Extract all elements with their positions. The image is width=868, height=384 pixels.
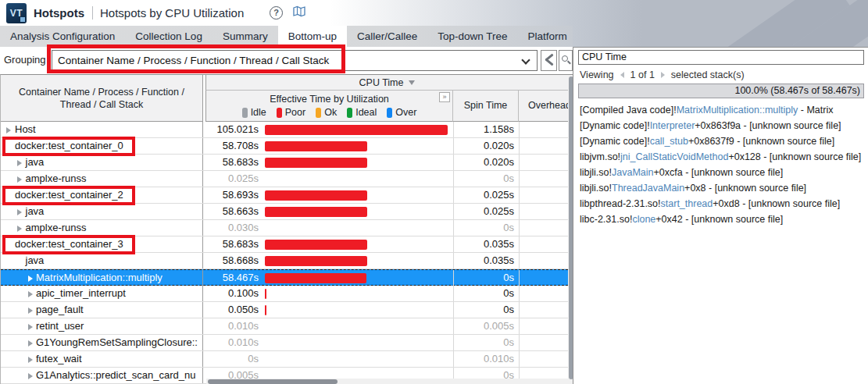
cpu-time-value: 0.100s xyxy=(205,286,262,301)
table-row[interactable]: java58.663s0.025s xyxy=(1,204,568,220)
expand-icon[interactable] xyxy=(17,209,22,215)
tree-cell[interactable]: java xyxy=(1,204,203,219)
banner-decoration xyxy=(571,0,868,47)
legend-ok: Ok xyxy=(316,107,337,118)
tree-cell[interactable]: java xyxy=(1,253,203,268)
table-row[interactable]: amplxe-runss0.025s0s xyxy=(1,171,568,187)
cpu-time-value: 0.030s xyxy=(205,220,262,236)
frame-function-link[interactable]: Interpreter xyxy=(650,120,695,131)
cpu-time-value: 58.467s xyxy=(205,270,262,286)
legend-over: Over xyxy=(387,107,416,118)
table-row[interactable]: java58.683s0.020s xyxy=(1,155,568,171)
expand-icon[interactable] xyxy=(28,324,33,330)
cpu-time-value: 58.663s xyxy=(205,204,262,219)
frame-function-link[interactable]: MatrixMultiplication::multiply xyxy=(677,105,798,116)
stack-frame[interactable]: [Compiled Java code]!MatrixMultiplicatio… xyxy=(573,102,868,118)
tree-cell[interactable]: docker:test_container_3 xyxy=(1,236,203,252)
tree-cell[interactable]: retint_user xyxy=(1,318,203,334)
tree-cell[interactable]: page_fault xyxy=(1,302,203,318)
view-title[interactable]: Hotspots by CPU Utilization xyxy=(100,6,244,20)
tab-summary[interactable]: Summary xyxy=(213,26,278,47)
expand-icon[interactable] xyxy=(6,127,11,133)
tab-bottom-up[interactable]: Bottom-up xyxy=(278,26,347,47)
stack-frame[interactable]: libc-2.31.so!clone+0x42 - [unknown sourc… xyxy=(573,212,868,227)
table-row[interactable]: G1YoungRemSetSamplingClosure::0.010s0s xyxy=(1,335,568,351)
frame-function-link[interactable]: jni_CallStaticVoidMethod xyxy=(620,151,728,162)
tree-cell[interactable]: G1Analytics::predict_scan_card_nu xyxy=(1,368,203,383)
table-row[interactable]: page_fault0.050s0s xyxy=(1,302,568,318)
tab-caller-callee[interactable]: Caller/Callee xyxy=(347,26,427,47)
stack-frame[interactable]: libjli.so!ThreadJavaMain+0x8 - [unknown … xyxy=(573,180,868,196)
expand-icon[interactable] xyxy=(28,357,33,363)
expand-icon[interactable] xyxy=(17,176,22,183)
frame-module: libjvm.so! xyxy=(580,151,620,162)
table-row[interactable]: docker:test_container_258.693s0.025s xyxy=(1,187,568,204)
grouping-select[interactable]: Container Name / Process / Function / Th… xyxy=(52,50,538,71)
search-button[interactable] xyxy=(559,50,573,71)
expand-icon[interactable] xyxy=(28,308,33,314)
table-row[interactable]: docker:test_container_058.708s0.020s xyxy=(1,138,568,155)
column-header-effective-time[interactable]: Effective Time by Utilization IdlePoorOk… xyxy=(205,91,453,122)
table-row[interactable]: retint_user0.010s0.005s xyxy=(1,318,568,335)
tree-node-label: java xyxy=(1,155,44,170)
tree-cell[interactable]: java xyxy=(1,155,203,170)
help-icon[interactable]: ? xyxy=(270,6,283,20)
column-header-cpu-time[interactable]: CPU Time xyxy=(205,75,568,91)
guide-map-icon[interactable] xyxy=(293,5,305,20)
spin-time-value: 0.025s xyxy=(453,204,519,219)
tree-cell[interactable]: amplxe-runss xyxy=(1,220,203,236)
expand-icon[interactable] xyxy=(17,160,22,166)
horizontal-scrollbar-thumb[interactable] xyxy=(208,379,338,384)
table-row[interactable]: MatrixMultiplication::multiply58.467s0s xyxy=(1,269,568,286)
tree-cell[interactable]: futex_wait xyxy=(1,351,203,367)
frame-function-link[interactable]: call_stub xyxy=(650,136,688,147)
frame-module: [Compiled Java code]! xyxy=(580,105,677,116)
table-row[interactable]: Host105.021s1.158s xyxy=(1,122,568,138)
stack-frame[interactable]: [Dynamic code]!call_stub+0x8637f9 - [unk… xyxy=(573,133,868,149)
table-row[interactable]: amplxe-runss0.030s0s xyxy=(1,220,568,236)
spin-time-value: 0.025s xyxy=(453,187,519,203)
table-row[interactable]: java58.668s0.035s xyxy=(1,253,568,269)
overhead-value xyxy=(519,253,568,268)
tree-cell[interactable]: MatrixMultiplication::multiply xyxy=(1,270,203,286)
expand-icon[interactable] xyxy=(28,276,33,282)
table-row[interactable]: futex_wait0s0.010s xyxy=(1,351,568,368)
frame-function-link[interactable]: ThreadJavaMain xyxy=(612,183,684,194)
frame-function-link[interactable]: start_thread xyxy=(661,198,713,209)
customize-grouping-button[interactable] xyxy=(541,50,557,71)
tree-node-label: amplxe-runss xyxy=(1,171,87,187)
column-header-tree[interactable]: Container Name / Process / Function / Th… xyxy=(1,75,203,122)
tab-collection-log[interactable]: Collection Log xyxy=(125,26,213,47)
expand-icon[interactable] xyxy=(17,226,22,232)
tree-cell[interactable]: docker:test_container_0 xyxy=(1,138,203,154)
expand-column-icon[interactable]: » xyxy=(439,92,450,102)
tab-analysis-configuration[interactable]: Analysis Configuration xyxy=(0,26,125,47)
stack-frame[interactable]: libpthread-2.31.so!start_thread+0xd8 - [… xyxy=(573,196,868,212)
tree-cell[interactable]: amplxe-runss xyxy=(1,171,203,187)
column-header-spin-time[interactable]: Spin Time xyxy=(453,91,519,122)
utilization-bar-cell xyxy=(262,318,453,334)
tab-top-down-tree[interactable]: Top-down Tree xyxy=(427,26,517,47)
column-header-overhead[interactable]: Overhead xyxy=(519,91,568,122)
chevron-down-icon xyxy=(521,55,530,64)
stack-frame[interactable]: libjli.so!JavaMain+0xcfa - [unknown sour… xyxy=(573,165,868,180)
expand-icon[interactable] xyxy=(28,340,33,347)
previous-stack-icon[interactable] xyxy=(620,72,624,78)
horizontal-scrollbar[interactable] xyxy=(206,379,568,384)
frame-function-link[interactable]: clone xyxy=(632,214,655,225)
table-row[interactable]: apic_timer_interrupt0.100s0s xyxy=(1,286,568,302)
tree-cell[interactable]: Host xyxy=(1,122,203,137)
frame-function-link[interactable]: JavaMain xyxy=(612,167,654,178)
tab-platform[interactable]: Platform xyxy=(518,26,577,47)
tree-cell[interactable]: apic_timer_interrupt xyxy=(1,286,203,301)
expand-icon[interactable] xyxy=(28,373,33,379)
stack-frame[interactable]: libjvm.so!jni_CallStaticVoidMethod+0x128… xyxy=(573,149,868,165)
tree-cell[interactable]: G1YoungRemSetSamplingClosure:: xyxy=(1,335,203,350)
overhead-value xyxy=(519,187,568,203)
stack-frame[interactable]: [Dynamic code]!Interpreter+0x863f9a - [u… xyxy=(573,118,868,133)
table-row[interactable]: docker:test_container_358.683s0.035s xyxy=(1,236,568,253)
next-stack-icon[interactable] xyxy=(661,72,665,78)
tree-cell[interactable]: docker:test_container_2 xyxy=(1,187,203,203)
stack-metric-select[interactable]: CPU Time xyxy=(578,50,864,65)
expand-icon[interactable] xyxy=(28,291,33,297)
